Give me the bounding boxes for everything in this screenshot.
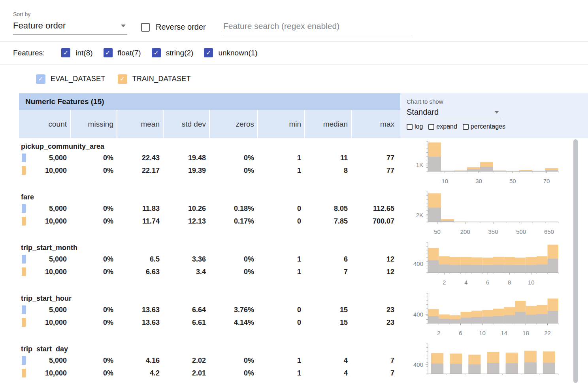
stat-value: 0%: [70, 202, 117, 215]
train-stats-row: 10,0000%13.636.614.14%01523: [19, 316, 400, 329]
col-header-mean: mean: [117, 110, 163, 138]
stat-value: 5,000: [19, 303, 70, 316]
expand-checkbox[interactable]: [428, 124, 434, 130]
eval-stats-row: 5,0000%4.162.020%147: [19, 354, 400, 367]
eval-stats-row: 5,0000%11.8310.260.18%08.05112.65: [19, 202, 400, 215]
feature-row: trip_start_day 5,0000%4.162.020%147 10,0…: [19, 341, 588, 383]
chart-type-selected-value: Standard: [407, 108, 439, 117]
svg-text:400: 400: [413, 260, 423, 267]
stat-value: 5,000: [19, 354, 70, 367]
stat-value: 0%: [209, 354, 257, 367]
stat-value: 112.65: [351, 202, 398, 215]
feature-histogram[interactable]: 246810400: [400, 241, 566, 288]
percentages-checkbox[interactable]: [463, 124, 469, 130]
chart-type-select[interactable]: Standard: [407, 105, 501, 119]
column-header-row: count missing mean std dev zeros min med…: [19, 110, 400, 138]
filter-float[interactable]: float(7): [104, 48, 141, 57]
stat-value: 6.63: [117, 265, 163, 278]
stat-value: 12.13: [163, 215, 209, 228]
feature-name: fare: [19, 192, 400, 202]
train-stats-row: 10,0000%22.1719.390%1877: [19, 164, 400, 177]
stat-value: 0%: [70, 253, 117, 265]
svg-text:18: 18: [522, 330, 529, 336]
train-stats-row: 10,0000%11.7412.130.17%07.85700.07: [19, 215, 400, 228]
feature-row: trip_start_hour 5,0000%13.636.643.76%015…: [19, 290, 588, 341]
svg-text:350: 350: [488, 228, 498, 235]
stat-value: 7.85: [304, 215, 351, 228]
feature-histogram[interactable]: 502003505006502K: [400, 190, 566, 237]
feature-histogram[interactable]: 103050701K: [400, 140, 566, 186]
vertical-scrollbar[interactable]: [573, 139, 578, 383]
stat-value: 0%: [209, 367, 257, 379]
log-toggle[interactable]: log: [407, 123, 423, 130]
log-label: log: [415, 123, 423, 130]
feature-stats: trip_start_month 5,0000%6.53.360%1612 10…: [19, 239, 400, 290]
stat-value: 3.76%: [209, 303, 257, 316]
stat-value: 11.83: [117, 202, 163, 215]
table-title: Numeric Features (15): [19, 93, 400, 110]
table-header: Numeric Features (15) count missing mean…: [19, 93, 588, 138]
chart-to-show-label: Chart to show: [407, 98, 588, 105]
filter-string[interactable]: string(2): [152, 48, 194, 57]
feature-chart: 2610141822400: [400, 290, 588, 341]
feature-histogram[interactable]: 400: [400, 342, 566, 383]
svg-text:6: 6: [459, 330, 462, 336]
svg-text:4: 4: [464, 279, 467, 286]
stat-value: 6.61: [163, 316, 209, 329]
stat-value: 10,000: [19, 265, 70, 278]
stat-value: 4: [304, 354, 351, 367]
stat-value: 12: [351, 253, 398, 265]
stat-value: 0: [257, 303, 304, 316]
eval-dataset-checkbox[interactable]: [36, 74, 45, 84]
train-swatch: [22, 166, 26, 175]
unknown-checkbox[interactable]: [204, 48, 213, 57]
col-header-max: max: [351, 110, 398, 138]
stat-value: 2.01: [163, 367, 209, 379]
dataset-legend: EVAL_DATASET TRAIN_DATASET: [0, 64, 588, 93]
svg-text:50: 50: [509, 178, 516, 184]
stat-value: 12: [351, 265, 398, 278]
stat-value: 0%: [70, 152, 117, 164]
stat-value: 10,000: [19, 367, 70, 379]
search-input[interactable]: [223, 20, 413, 35]
reverse-order-checkbox[interactable]: [141, 23, 150, 32]
stat-value: 1: [257, 164, 304, 177]
expand-toggle[interactable]: expand: [428, 123, 457, 130]
col-header-missing: missing: [70, 110, 117, 138]
feature-row: trip_start_month 5,0000%6.53.360%1612 10…: [19, 239, 588, 290]
svg-text:200: 200: [460, 228, 470, 235]
stat-value: 0%: [70, 164, 117, 177]
stat-value: 15: [304, 316, 351, 329]
legend-train-dataset[interactable]: TRAIN_DATASET: [118, 74, 191, 84]
log-checkbox[interactable]: [407, 124, 413, 130]
percentages-toggle[interactable]: percentages: [463, 123, 505, 130]
filter-unknown[interactable]: unknown(1): [204, 48, 257, 57]
feature-name: trip_start_month: [19, 243, 400, 253]
int-checkbox[interactable]: [61, 48, 70, 57]
stat-value: 0%: [70, 316, 117, 329]
feature-row: fare 5,0000%11.8310.260.18%08.05112.65 1…: [19, 189, 588, 239]
stat-value: 19.39: [163, 164, 209, 177]
reverse-order-label: Reverse order: [156, 23, 206, 32]
stat-value: 2.02: [163, 354, 209, 367]
stat-value: 1: [257, 354, 304, 367]
feature-row: pickup_community_area 5,0000%22.4319.480…: [19, 138, 588, 189]
float-checkbox[interactable]: [104, 48, 113, 57]
feature-histogram[interactable]: 2610141822400: [400, 292, 566, 338]
feature-chart: 246810400: [400, 239, 588, 290]
stat-value: 10,000: [19, 316, 70, 329]
stat-value: 7: [351, 367, 398, 379]
stat-value: 13.63: [117, 303, 163, 316]
legend-eval-dataset[interactable]: EVAL_DATASET: [36, 74, 106, 84]
stat-value: 0%: [70, 303, 117, 316]
feature-stats: trip_start_day 5,0000%4.162.020%147 10,0…: [19, 341, 400, 383]
sort-by-select[interactable]: Feature order: [13, 17, 127, 35]
filter-int[interactable]: int(8): [61, 48, 92, 57]
feature-type-filter-row: Features: int(8) float(7) string(2) unkn…: [0, 42, 588, 64]
stat-value: 6.64: [163, 303, 209, 316]
col-header-zeros: zeros: [209, 110, 257, 138]
stat-value: 4: [304, 367, 351, 379]
string-checkbox[interactable]: [152, 48, 161, 57]
stat-value: 700.07: [351, 215, 398, 228]
train-dataset-checkbox[interactable]: [118, 74, 127, 84]
